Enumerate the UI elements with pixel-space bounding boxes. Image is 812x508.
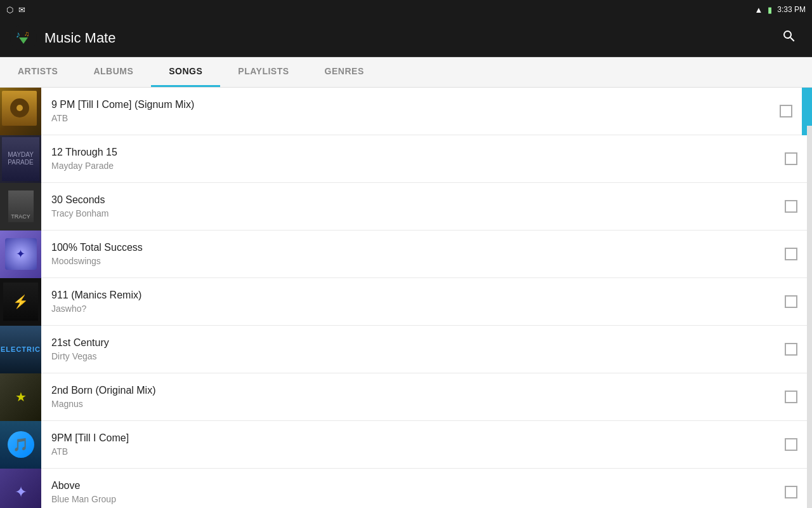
tab-songs[interactable]: SONGS: [151, 57, 220, 87]
tabs-bar: ARTISTS ALBUMS SONGS PLAYLISTS GENRES: [0, 57, 812, 88]
checkbox[interactable]: [780, 105, 792, 117]
list-item[interactable]: ✦ Above Blue Man Group: [0, 469, 807, 508]
svg-text:♫: ♫: [24, 30, 29, 37]
svg-text:♪: ♪: [16, 29, 20, 39]
song-title: 12 Through 15: [51, 147, 765, 158]
song-artist: Mayday Parade: [51, 161, 765, 171]
song-title: 2nd Born (Original Mix): [51, 385, 765, 396]
song-title: 30 Seconds: [51, 194, 765, 206]
list-item[interactable]: MAYDAYPARADE 12 Through 15 Mayday Parade: [0, 135, 807, 183]
song-checkbox-area[interactable]: [770, 105, 802, 117]
song-checkbox-area[interactable]: [775, 152, 807, 165]
checkbox[interactable]: [785, 200, 797, 213]
search-button[interactable]: [776, 23, 802, 53]
list-item[interactable]: 9 PM [Till I Come] (Signum Mix) ATB: [0, 88, 807, 135]
song-artist: Tracy Bonham: [51, 208, 765, 218]
song-info: Above Blue Man Group: [41, 480, 775, 504]
song-title: 9PM [Till I Come]: [51, 432, 765, 444]
app-title: Music Mate: [44, 30, 115, 46]
time-display: 3:33 PM: [777, 5, 806, 14]
scrollbar-track[interactable]: [807, 88, 812, 508]
list-item[interactable]: ✦ 100% Total Success Moodswings: [0, 231, 807, 278]
song-info: 12 Through 15 Mayday Parade: [41, 147, 775, 171]
battery-icon: ▮: [768, 5, 772, 15]
song-title: 9 PM [Till I Come] (Signum Mix): [51, 99, 760, 110]
song-thumbnail: ★: [0, 373, 41, 421]
song-checkbox-area[interactable]: [775, 486, 807, 498]
song-list-container: 9 PM [Till I Come] (Signum Mix) ATB MAYD…: [0, 88, 812, 508]
song-thumbnail: ✦: [0, 469, 41, 509]
app-logo: ♪ ♫: [10, 25, 37, 51]
song-checkbox-area[interactable]: [775, 438, 807, 451]
checkbox[interactable]: [785, 343, 797, 356]
wifi-icon: ▲: [754, 5, 763, 15]
song-checkbox-area[interactable]: [775, 200, 807, 213]
song-artist: Moodswings: [51, 256, 765, 266]
song-thumbnail: 🎵: [0, 421, 41, 469]
song-info: 21st Century Dirty Vegas: [41, 337, 775, 361]
song-checkbox-area[interactable]: [775, 391, 807, 403]
song-title: 100% Total Success: [51, 242, 765, 253]
tab-albums[interactable]: ALBUMS: [75, 57, 151, 87]
tab-genres[interactable]: GENRES: [307, 57, 382, 87]
list-item[interactable]: ELECTRIC 21st Century Dirty Vegas: [0, 326, 807, 373]
email-icon: ✉: [18, 5, 25, 15]
active-indicator: [802, 88, 807, 135]
song-info: 911 (Manics Remix) Jaswho?: [41, 290, 775, 314]
song-list: 9 PM [Till I Come] (Signum Mix) ATB MAYD…: [0, 88, 807, 508]
song-info: 30 Seconds Tracy Bonham: [41, 194, 775, 218]
app-bar: ♪ ♫ Music Mate: [0, 19, 812, 57]
checkbox[interactable]: [785, 438, 797, 451]
list-item[interactable]: 🎵 9PM [Till I Come] ATB: [0, 421, 807, 469]
song-artist: Blue Man Group: [51, 494, 765, 504]
song-artist: ATB: [51, 113, 760, 123]
song-checkbox-area[interactable]: [775, 343, 807, 356]
app-bar-left: ♪ ♫ Music Mate: [10, 25, 115, 51]
song-thumbnail: TRACY: [0, 183, 41, 231]
status-left-icons: ⬡ ✉: [6, 5, 25, 15]
song-checkbox-area[interactable]: [775, 248, 807, 260]
checkbox[interactable]: [785, 295, 797, 308]
song-info: 9 PM [Till I Come] (Signum Mix) ATB: [41, 99, 770, 123]
song-artist: Jaswho?: [51, 304, 765, 314]
tab-playlists[interactable]: PLAYLISTS: [220, 57, 306, 87]
usb-icon: ⬡: [6, 5, 13, 15]
song-title: Above: [51, 480, 765, 491]
checkbox[interactable]: [785, 391, 797, 403]
song-title: 911 (Manics Remix): [51, 290, 765, 301]
song-thumbnail: [0, 88, 41, 135]
status-right-area: ▲ ▮ 3:33 PM: [754, 5, 806, 15]
list-item[interactable]: ⚡ 911 (Manics Remix) Jaswho?: [0, 278, 807, 326]
song-thumbnail: MAYDAYPARADE: [0, 135, 41, 183]
song-info: 2nd Born (Original Mix) Magnus: [41, 385, 775, 409]
song-info: 100% Total Success Moodswings: [41, 242, 775, 266]
song-thumbnail: ELECTRIC: [0, 326, 41, 373]
tab-artists[interactable]: ARTISTS: [0, 57, 75, 87]
song-thumbnail: ✦: [0, 231, 41, 278]
song-info: 9PM [Till I Come] ATB: [41, 432, 775, 457]
song-thumbnail: ⚡: [0, 278, 41, 326]
checkbox[interactable]: [785, 486, 797, 498]
checkbox[interactable]: [785, 248, 797, 260]
song-artist: Dirty Vegas: [51, 351, 765, 361]
checkbox[interactable]: [785, 152, 797, 165]
scrollbar-thumb[interactable]: [807, 88, 812, 126]
song-checkbox-area[interactable]: [775, 295, 807, 308]
list-item[interactable]: TRACY 30 Seconds Tracy Bonham: [0, 183, 807, 231]
status-bar: ⬡ ✉ ▲ ▮ 3:33 PM: [0, 0, 812, 19]
list-item[interactable]: ★ 2nd Born (Original Mix) Magnus: [0, 373, 807, 421]
song-artist: ATB: [51, 446, 765, 457]
song-title: 21st Century: [51, 337, 765, 349]
song-artist: Magnus: [51, 399, 765, 409]
